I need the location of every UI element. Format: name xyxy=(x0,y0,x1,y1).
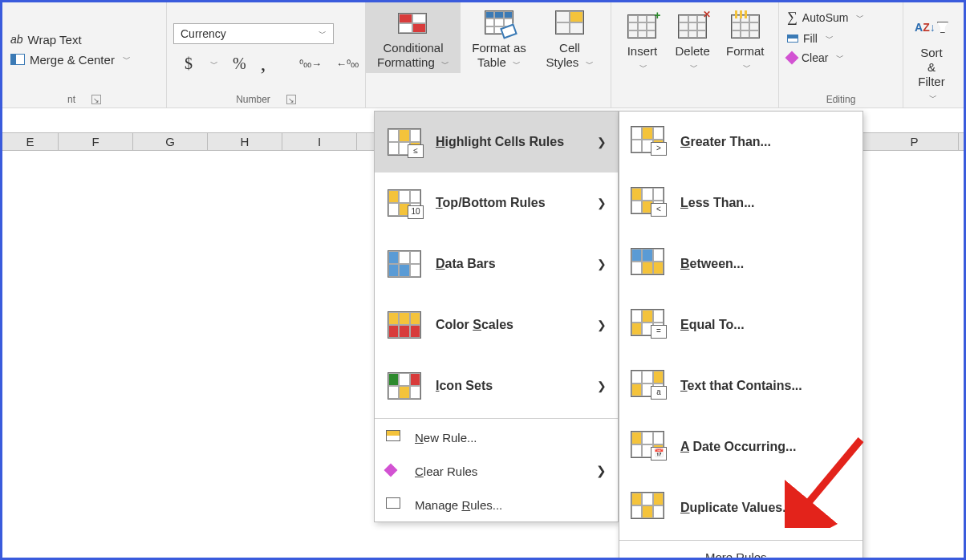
decrease-decimal-button[interactable]: ←⁰₀₀ xyxy=(336,58,359,70)
column-header[interactable]: F xyxy=(59,133,133,150)
chevron-down-icon: ﹀ xyxy=(836,52,844,63)
menu-equal-to[interactable]: Equal To... xyxy=(619,294,862,355)
less-than-icon xyxy=(631,187,664,214)
cells-group: Insert﹀ Delete﹀ Format﹀ Cells xyxy=(611,2,779,108)
cell-styles-button[interactable]: Cell Styles ﹀ xyxy=(538,2,602,73)
menu-less-than[interactable]: Less Than... xyxy=(619,172,862,233)
ribbon: ab Wrap Text Merge & Center ﹀ nt Currenc… xyxy=(2,2,964,108)
equal-to-icon xyxy=(631,309,664,336)
autosum-button[interactable]: ∑ AutoSum ﹀ xyxy=(785,7,896,27)
sigma-icon: ∑ xyxy=(787,9,798,26)
delete-cells-button[interactable]: Delete﹀ xyxy=(667,7,719,76)
number-group: Currency ﹀ $ ﹀ % , ⁰₀₀→ ←⁰₀₀ Number xyxy=(167,2,366,108)
conditional-formatting-icon xyxy=(398,10,428,35)
comma-button[interactable]: , xyxy=(261,52,266,76)
merge-center-icon xyxy=(10,54,25,65)
clear-button[interactable]: Clear ﹀ xyxy=(785,50,896,66)
cell-styles-icon xyxy=(555,10,584,34)
submenu-arrow-icon: ❯ xyxy=(597,258,607,270)
menu-new-rule[interactable]: New Rule... xyxy=(375,420,618,454)
menu-more-rules[interactable]: More Rules... xyxy=(619,542,862,560)
column-header[interactable]: P xyxy=(871,133,959,150)
editing-group: ∑ AutoSum ﹀ Fill ﹀ Clear ﹀ Editing xyxy=(779,2,903,108)
icon-sets-icon xyxy=(388,372,421,400)
wrap-text-icon: ab xyxy=(10,33,23,46)
submenu-arrow-icon: ❯ xyxy=(597,379,607,392)
menu-data-bars[interactable]: Data Bars ❯ xyxy=(375,233,618,294)
insert-icon xyxy=(627,14,656,39)
menu-date-occurring[interactable]: A Date Occurring... xyxy=(619,416,862,477)
menu-between[interactable]: Between... xyxy=(619,233,862,294)
sort-az-icon: AZ↓ xyxy=(915,21,936,34)
menu-highlight-cells-rules[interactable]: Highlight Cells Rules ❯ xyxy=(375,112,618,172)
number-format-combo[interactable]: Currency ﹀ xyxy=(173,23,334,44)
submenu-arrow-icon: ❯ xyxy=(597,319,607,331)
color-scales-icon xyxy=(388,311,421,339)
format-cells-button[interactable]: Format﹀ xyxy=(719,7,773,76)
menu-manage-rules[interactable]: Manage Rules... xyxy=(375,488,618,521)
highlight-cells-icon xyxy=(388,128,421,156)
menu-text-contains[interactable]: Text that Contains... xyxy=(619,355,862,416)
menu-duplicate-values[interactable]: Duplicate Values... xyxy=(619,477,862,538)
accounting-format-button[interactable]: $ xyxy=(185,55,193,73)
conditional-formatting-button[interactable]: Conditional Formatting ﹀ xyxy=(366,2,461,73)
insert-cells-button[interactable]: Insert﹀ xyxy=(618,7,667,76)
date-occurring-icon xyxy=(631,431,664,458)
alignment-group: ab Wrap Text Merge & Center ﹀ nt xyxy=(2,2,167,108)
chevron-down-icon: ﹀ xyxy=(826,33,834,44)
menu-clear-rules[interactable]: Clear Rules ❯ xyxy=(375,454,618,488)
wrap-text-button[interactable]: ab Wrap Text xyxy=(9,30,160,50)
alignment-group-label: nt xyxy=(67,93,75,106)
new-rule-icon xyxy=(386,430,400,441)
submenu-arrow-icon: ❯ xyxy=(596,464,607,478)
delete-icon xyxy=(678,14,707,39)
format-as-table-button[interactable]: Format as Table ﹀ xyxy=(461,2,538,73)
filter-icon xyxy=(937,22,948,33)
between-icon xyxy=(631,248,664,275)
editing-group-label: Editing xyxy=(826,93,856,106)
increase-decimal-button[interactable]: ⁰₀₀→ xyxy=(299,58,322,70)
sort-filter-button[interactable]: AZ↓ Sort & Filter ﹀ xyxy=(910,7,953,107)
greater-than-icon xyxy=(631,126,664,153)
top-bottom-icon xyxy=(388,189,421,217)
clear-icon xyxy=(785,51,799,65)
percent-button[interactable]: % xyxy=(233,55,246,73)
manage-rules-icon xyxy=(386,497,400,509)
number-dialog-launcher[interactable] xyxy=(286,95,296,104)
menu-greater-than[interactable]: Greater Than... xyxy=(619,112,862,172)
styles-group: Conditional Formatting ﹀ Format as Table… xyxy=(366,2,611,108)
chevron-down-icon: ﹀ xyxy=(856,12,864,23)
conditional-formatting-menu: Highlight Cells Rules ❯ Top/Bottom Rules… xyxy=(374,111,619,522)
column-header[interactable]: I xyxy=(282,133,357,150)
format-as-table-icon xyxy=(485,10,513,34)
alignment-dialog-launcher[interactable] xyxy=(91,95,101,104)
column-header[interactable]: H xyxy=(208,133,282,150)
data-bars-icon xyxy=(388,250,421,278)
menu-top-bottom-rules[interactable]: Top/Bottom Rules ❯ xyxy=(375,172,618,233)
menu-icon-sets[interactable]: Icon Sets ❯ xyxy=(375,355,618,416)
sort-filter-group: AZ↓ Sort & Filter ﹀ xyxy=(903,2,960,108)
number-group-label: Number xyxy=(236,93,270,106)
text-contains-icon xyxy=(631,370,664,397)
fill-button[interactable]: Fill ﹀ xyxy=(785,30,896,47)
submenu-arrow-icon: ❯ xyxy=(597,136,607,148)
fill-icon xyxy=(787,34,798,43)
highlight-cells-submenu: Greater Than... Less Than... Between... … xyxy=(619,111,863,560)
column-header[interactable]: E xyxy=(2,133,59,150)
format-icon xyxy=(731,14,760,39)
clear-rules-icon xyxy=(384,464,398,477)
chevron-down-icon: ﹀ xyxy=(210,59,218,70)
chevron-down-icon: ﹀ xyxy=(319,28,327,39)
duplicate-values-icon xyxy=(631,492,664,519)
column-header[interactable]: G xyxy=(133,133,208,150)
submenu-arrow-icon: ❯ xyxy=(597,197,607,209)
merge-center-button[interactable]: Merge & Center ﹀ xyxy=(9,50,160,70)
menu-color-scales[interactable]: Color Scales ❯ xyxy=(375,294,618,355)
chevron-down-icon: ﹀ xyxy=(123,54,131,65)
